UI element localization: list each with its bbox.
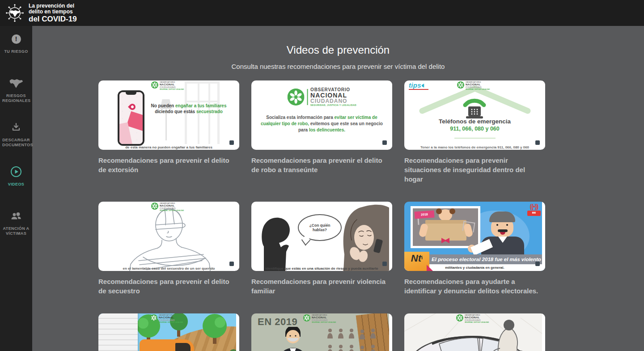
app-header: La prevención del delito en tiempos del … — [0, 0, 644, 26]
nt-logo: Nti — [404, 252, 429, 271]
video-thumbnail[interactable]: No pueden engañar a tus familiares dicie… — [98, 80, 239, 150]
onc-logo-icon — [457, 81, 464, 89]
video-card-delitos-electorales: 2018 ((•))▮▮▮ El proceso electoral 2018 … — [404, 202, 545, 296]
thumbnail-subtitle: en el lamentable caso del secuestro de u… — [101, 266, 237, 271]
thumbnail-body-text: Socializa esta información para evitar s… — [261, 114, 383, 133]
video-card-secuestro: OBSERVATORIONACIONALCIUDADANOSEGURIDAD, … — [98, 202, 239, 296]
shutter-wall-illustration — [98, 313, 138, 351]
covid-virus-mexico-logo-icon — [4, 3, 25, 23]
video-caption: Recomendaciones para prevenir el delito … — [251, 156, 392, 174]
onc-logo: OBSERVATORIONACIONALCIUDADANOSEGURIDAD, … — [151, 81, 236, 99]
onc-logo: OBSERVATORIONACIONALCIUDADANOSEGURIDAD, … — [150, 314, 235, 332]
onc-logo-icon — [303, 314, 310, 321]
player-control-square — [382, 262, 387, 266]
video-thumbnail[interactable]: OBSERVATORIONACIONALCIUDADANOSEGURIDAD, … — [98, 202, 239, 271]
video-card-robo-transeunte: OBSERVATORIONACIONALCIUDADANOSEGURIDAD, … — [251, 80, 392, 184]
page: La prevención del delito en tiempos del … — [0, 0, 644, 351]
video-caption: Recomendaciones para ayudarte a identifi… — [404, 277, 545, 296]
alert-icon — [12, 34, 21, 44]
onc-logo: OBSERVATORIONACIONALCIUDADANOSEGURIDAD, … — [151, 203, 236, 220]
video-card-extorsion: No pueden engañar a tus familiares dicie… — [98, 80, 239, 184]
sidebar-item-riesgos-regionales[interactable]: RIESGOS REGIONALES — [0, 73, 32, 117]
sidebar-item-atencion-victimas[interactable]: ATENCIÓN A VÍCTIMAS — [0, 206, 32, 250]
video-thumbnail[interactable]: OBSERVATORIONACIONALCIUDADANOSEGURIDAD, … — [98, 313, 239, 351]
sidebar-item-label: DESCARGAR DOCUMENTOS — [2, 138, 30, 148]
video-caption: Recomendaciones para prevenir el delito … — [98, 156, 239, 174]
video-thumbnail[interactable]: OBSERVATORIONACIONALCIUDADANOSEGURIDAD, … — [404, 313, 545, 351]
onc-logo-icon — [151, 203, 158, 210]
onc-logo: OBSERVATORIONACIONALCIUDADANOSEGURIDAD, … — [456, 314, 541, 332]
video-card-row3-2: EN 2019 — [251, 313, 392, 351]
onc-logo: OBSERVATORIONACIONALCIUDADANOSEGURIDAD, … — [457, 81, 542, 99]
player-control-square — [535, 140, 540, 145]
sidebar-item-label: ATENCIÓN A VÍCTIMAS — [2, 226, 30, 236]
video-grid: No pueden engañar a tus familiares dicie… — [98, 80, 545, 351]
onc-logo: OBSERVATORIONACIONALCIUDADANOSEGURIDAD, … — [287, 88, 356, 106]
video-card-violencia-familiar: ¿Con quién hablas? identifique que estás… — [251, 202, 392, 296]
video-caption: Recomendaciones para prevenir violencia … — [251, 277, 392, 296]
video-caption: Recomendaciones para prevenir el delito … — [98, 277, 239, 296]
app-title-line2: delito en tiempos — [29, 9, 77, 15]
sidebar-item-descargar-documentos[interactable]: DESCARGAR DOCUMENTOS — [0, 117, 32, 161]
sidebar-item-label: RIESGOS REGIONALES — [2, 93, 30, 103]
main-content: Videos de prevención Consulta nuestras r… — [32, 26, 644, 351]
speech-bubble: ¿Con quién hablas? — [298, 214, 342, 241]
emergency-phone-icon — [462, 97, 487, 120]
thumbnail-heading: Teléfonos de emergencia — [404, 118, 545, 125]
page-subtitle: Consulta nuestras recomendaciones para p… — [32, 62, 644, 71]
thumbnail-headline: EN 2019 — [258, 316, 297, 328]
megaphone-icon — [422, 84, 426, 88]
video-thumbnail[interactable]: EN 2019 — [251, 313, 392, 351]
sidebar-item-tu-riesgo[interactable]: TU RIESGO — [0, 29, 32, 73]
inset-sign: 2018 — [414, 210, 434, 219]
sidebar-item-videos[interactable]: VIDEOS — [0, 161, 32, 206]
player-control-square — [535, 262, 540, 266]
play-circle-icon — [10, 166, 22, 178]
video-thumbnail[interactable]: ¿Con quién hablas? identifique que estás… — [251, 202, 392, 271]
player-control-square — [382, 140, 387, 145]
broadcast-icon: ((•))▮▮▮ — [527, 203, 541, 216]
onc-logo: OBSERVATORIONACIONALCIUDADANOSEGURIDAD, … — [303, 314, 388, 332]
onc-logo-icon — [456, 314, 463, 321]
people-icon — [10, 211, 22, 221]
thumbnail-subtitle: identifique que estás en una situación d… — [254, 266, 390, 271]
app-title-line1: La prevención del — [29, 3, 77, 9]
tips-logo: tips — [409, 81, 428, 90]
sidebar-item-label: VIDEOS — [2, 182, 30, 187]
app-title-line3: del COVID-19 — [29, 15, 77, 23]
thumbnail-overlay-text: No pueden engañar a tus familiares dicie… — [145, 103, 233, 114]
video-card-inseguridad-hogar: Teléfonos de emergencia 911, 066, 080 y … — [404, 80, 545, 184]
player-control-square — [229, 140, 234, 145]
video-thumbnail[interactable]: Teléfonos de emergencia 911, 066, 080 y … — [404, 80, 545, 150]
video-thumbnail[interactable]: 2018 ((•))▮▮▮ El proceso electoral 2018 … — [404, 202, 545, 271]
download-icon — [11, 122, 21, 133]
thumbnail-subtitle: de esta manera no pueden engañar a tus f… — [101, 145, 237, 149]
onc-logo-icon — [151, 81, 158, 89]
mexico-map-icon — [9, 78, 23, 89]
video-caption: Recomendaciones para prevenir situacione… — [404, 156, 545, 184]
news-inset-frame: 2018 — [411, 206, 480, 248]
onc-logo-icon — [287, 89, 304, 106]
ballot-box-illustration — [425, 220, 466, 241]
app-title: La prevención del delito en tiempos del … — [29, 3, 77, 23]
page-title: Videos de prevención — [32, 44, 644, 56]
van-illustration — [140, 339, 194, 351]
video-card-row3-1: OBSERVATORIONACIONALCIUDADANOSEGURIDAD, … — [98, 313, 239, 351]
thumbnail-subtitle: Tener a la mano los teléfonos de emergen… — [407, 145, 542, 149]
emergency-numbers: 911, 066, 080 y 060 — [404, 126, 545, 132]
video-thumbnail[interactable]: OBSERVATORIONACIONALCIUDADANOSEGURIDAD, … — [251, 80, 392, 150]
video-card-row3-3: OBSERVATORIONACIONALCIUDADANOSEGURIDAD, … — [404, 313, 545, 351]
phone-illustration — [118, 90, 144, 146]
onc-logo-icon — [150, 314, 157, 321]
sidebar-item-label: TU RIESGO — [2, 49, 30, 54]
sidebar-nav: TU RIESGO RIESGOS REGIONALES DESCARGAR D… — [0, 26, 32, 351]
player-control-square — [229, 262, 234, 266]
victims-silhouettes — [327, 329, 386, 351]
